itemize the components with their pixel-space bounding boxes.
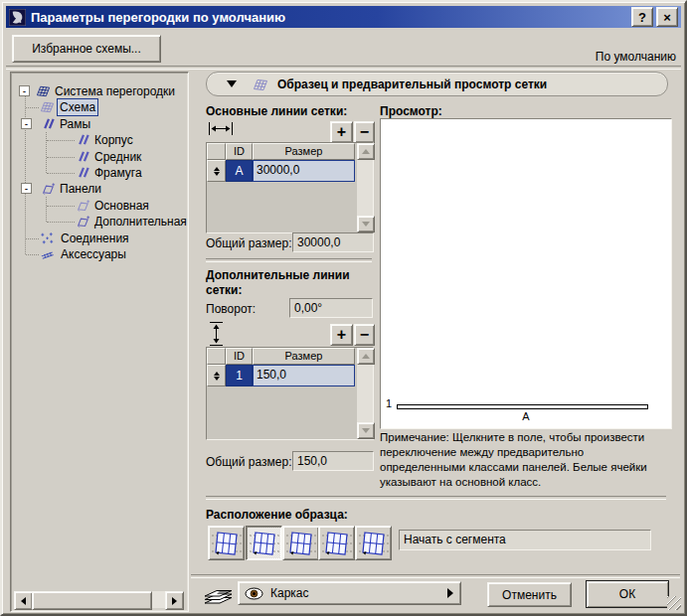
up-arrow-icon <box>362 350 370 359</box>
section-divider <box>206 258 372 262</box>
preview-segment-label: A <box>381 410 671 422</box>
placement-option-2[interactable] <box>246 526 282 560</box>
tree-item-accessories[interactable]: Аксессуары <box>11 246 188 262</box>
help-button[interactable]: ? <box>631 7 653 27</box>
preview-line-id: 1 <box>386 397 392 409</box>
add-secondary-gridline-button[interactable]: + <box>330 324 353 346</box>
right-arrow-icon <box>172 597 181 605</box>
placement-option-5[interactable] <box>355 526 392 560</box>
layers-icon <box>203 582 234 605</box>
table-row[interactable]: 1 150,0 <box>207 365 373 386</box>
remove-primary-gridline-button[interactable]: − <box>354 121 375 143</box>
preview-segment-line <box>397 404 648 409</box>
tree-item-frames[interactable]: - Рамы <box>11 116 188 132</box>
tree-item-panels[interactable]: - Панели <box>11 181 188 197</box>
frame-icon <box>41 116 56 131</box>
primary-total-label: Общий размер: <box>206 236 291 250</box>
close-button[interactable]: × <box>656 7 678 27</box>
frame-icon <box>76 165 90 180</box>
tree-item-boundary-frame[interactable]: Корпус <box>11 132 188 148</box>
cancel-button[interactable]: Отменить <box>487 582 572 607</box>
pattern-spread-icon <box>322 530 352 557</box>
add-primary-gridline-button[interactable]: + <box>330 121 353 143</box>
rotation-field[interactable]: 0,00° <box>289 298 373 318</box>
up-arrow-icon <box>362 145 370 154</box>
pattern-center-icon <box>286 530 316 557</box>
row-size-cell[interactable]: 30000,0 <box>253 160 355 182</box>
display-mode-label: Каркас <box>270 586 309 600</box>
junction-icon <box>40 231 55 245</box>
primary-total-value: 30000,0 <box>292 232 374 252</box>
tree-horizontal-scrollbar[interactable] <box>14 591 184 608</box>
tree-item-system[interactable]: - Система перегородки <box>11 83 188 99</box>
resize-grip[interactable] <box>667 596 681 610</box>
pattern-start-icon <box>212 530 242 557</box>
down-arrow-icon <box>362 222 370 231</box>
scroll-right-button[interactable] <box>165 591 184 610</box>
table-scrollbar[interactable] <box>357 143 373 232</box>
scroll-up-button[interactable] <box>357 348 375 365</box>
column-header-size: Размер <box>253 348 355 365</box>
ok-button[interactable]: ОК <box>586 580 669 608</box>
panel-icon <box>41 181 56 196</box>
row-id-cell[interactable]: A <box>226 160 253 182</box>
scrollbar-thumb[interactable] <box>32 591 152 610</box>
grid-pattern-icon <box>253 77 268 92</box>
column-header-id: ID <box>226 348 253 365</box>
collapse-toggle[interactable]: - <box>21 183 32 194</box>
display-mode-dropdown[interactable]: Каркас <box>238 581 461 605</box>
primary-grid-table: ID Размер A 30000,0 <box>206 142 374 233</box>
spin-down-icon <box>214 172 220 179</box>
default-mode-label: По умолчанию <box>596 50 676 64</box>
frame-icon <box>76 132 90 147</box>
horizontal-dimension-icon <box>208 121 234 136</box>
preview-title: Просмотр: <box>380 104 442 118</box>
scheme-preview-canvas[interactable]: 1 A <box>380 118 672 429</box>
collapse-toggle[interactable]: - <box>19 85 30 96</box>
title-bar[interactable]: Параметры перегородки по умолчанию ? × <box>6 6 681 28</box>
secondary-total-label: Общий размер: <box>206 455 291 469</box>
row-reorder-spinner[interactable] <box>207 160 226 182</box>
table-scrollbar[interactable] <box>357 348 373 439</box>
column-header-blank <box>207 348 226 365</box>
section-title: Образец и предварительный просмотр сетки <box>277 77 547 91</box>
placement-divider <box>206 496 666 500</box>
dialog-window: Параметры перегородки по умолчанию ? × И… <box>0 0 687 616</box>
tree-item-transom[interactable]: Фрамуга <box>11 165 188 181</box>
primary-grid-title: Основные линии сетки: <box>206 104 347 118</box>
pattern-segment-icon <box>250 530 279 557</box>
secondary-total-value: 150,0 <box>292 451 374 471</box>
tree-item-mullion[interactable]: Средник <box>11 149 188 165</box>
scroll-down-button[interactable] <box>357 216 375 232</box>
collapse-toggle[interactable]: - <box>21 118 32 129</box>
footer-divider <box>191 574 680 578</box>
scroll-left-button[interactable] <box>14 591 33 610</box>
placement-option-1[interactable] <box>208 526 245 560</box>
table-row[interactable]: A 30000,0 <box>207 160 373 182</box>
tree-item-scheme[interactable]: Схема <box>11 99 188 115</box>
header-divider <box>6 66 681 70</box>
placement-option-3[interactable] <box>282 526 319 560</box>
left-arrow-icon <box>17 597 26 605</box>
secondary-grid-title: Дополнительные линии сетки: <box>206 268 375 298</box>
scroll-up-button[interactable] <box>357 143 375 160</box>
spin-up-icon <box>214 164 220 171</box>
row-id-cell[interactable]: 1 <box>226 365 253 386</box>
frame-icon <box>76 149 90 164</box>
scroll-down-button[interactable] <box>357 422 375 439</box>
rotation-label: Поворот: <box>206 302 256 316</box>
section-header-scheme-preview[interactable]: Образец и предварительный просмотр сетки <box>206 72 668 96</box>
row-size-cell[interactable]: 150,0 <box>253 365 355 386</box>
favorites-schemes-button[interactable]: Избранное схемы... <box>12 35 161 63</box>
row-reorder-spinner[interactable] <box>207 365 226 386</box>
collapse-arrow-icon <box>227 80 237 92</box>
remove-secondary-gridline-button[interactable]: − <box>354 324 375 346</box>
tree-item-main-panel[interactable]: Основная <box>11 198 188 214</box>
spin-up-icon <box>214 369 220 376</box>
tree-item-junctions[interactable]: Соединения <box>11 231 188 246</box>
placement-option-4[interactable] <box>318 526 355 560</box>
tree-item-additional-panel[interactable]: Дополнительная <box>11 214 188 230</box>
panel-icon <box>76 198 90 213</box>
app-icon <box>9 9 26 26</box>
structure-tree: - Система перегородки Схема - Рамы Корпу… <box>10 72 189 612</box>
